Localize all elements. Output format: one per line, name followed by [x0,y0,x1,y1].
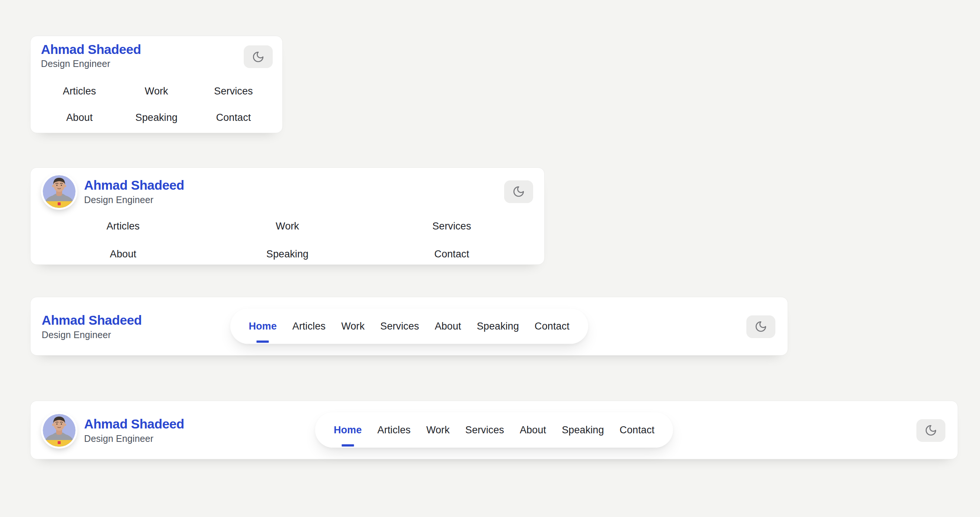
nav-link-work[interactable]: Work [426,412,450,448]
site-role: Design Engineer [84,194,184,205]
avatar-photo [43,175,76,208]
moon-icon [252,51,264,63]
nav-link-services[interactable]: Services [432,221,471,232]
nav-link-contact[interactable]: Contact [619,412,654,448]
nav-link-services[interactable]: Services [380,309,419,344]
main-nav-grid: Articles Work Services About Speaking Co… [30,221,544,260]
site-identity: Ahmad Shadeed Design Engineer [84,417,184,444]
nav-link-speaking[interactable]: Speaking [562,412,604,448]
site-name-link[interactable]: Ahmad Shadeed [41,42,141,57]
nav-link-work[interactable]: Work [145,86,168,97]
nav-link-home[interactable]: Home [248,309,277,344]
site-role: Design Engineer [41,58,141,69]
nav-link-articles[interactable]: Articles [293,309,326,344]
site-role: Design Engineer [84,433,184,444]
header-top-row: Ahmad Shadeed Design Engineer [30,36,282,69]
nav-link-speaking[interactable]: Speaking [477,309,519,344]
header-card-compact: Ahmad Shadeed Design Engineer Articles W… [30,36,283,133]
site-identity: Ahmad Shadeed Design Engineer [41,42,141,69]
site-identity: Ahmad Shadeed Design Engineer [42,313,142,340]
nav-link-work[interactable]: Work [276,221,299,232]
nav-link-articles[interactable]: Articles [107,221,140,232]
nav-link-articles[interactable]: Articles [63,86,96,97]
nav-link-contact[interactable]: Contact [216,112,251,124]
avatar [43,175,76,208]
nav-link-about[interactable]: About [66,112,93,124]
nav-link-about[interactable]: About [520,412,546,448]
nav-link-home[interactable]: Home [334,412,362,448]
site-name-link[interactable]: Ahmad Shadeed [84,178,184,192]
main-nav-pill: Home Articles Work Services About Speaki… [315,412,673,448]
theme-toggle-button[interactable] [504,180,533,203]
theme-toggle-button[interactable] [746,315,775,338]
nav-link-speaking[interactable]: Speaking [135,112,177,124]
header-bar-left: Ahmad Shadeed Design Engineer [43,414,184,447]
nav-link-about[interactable]: About [434,309,461,344]
header-card-wide: Ahmad Shadeed Design Engineer Home Artic… [30,297,788,356]
moon-icon [512,185,525,198]
theme-toggle-button[interactable] [916,419,945,442]
header-card-medium: Ahmad Shadeed Design Engineer Articles W… [30,167,545,265]
avatar [43,414,76,447]
header-top-row: Ahmad Shadeed Design Engineer [30,168,544,208]
main-nav-grid: Articles Work Services About Speaking Co… [30,86,282,124]
nav-link-articles[interactable]: Articles [377,412,410,448]
main-nav-pill: Home Articles Work Services About Speaki… [230,309,588,344]
nav-link-services[interactable]: Services [214,86,253,97]
site-identity: Ahmad Shadeed Design Engineer [84,178,184,205]
nav-link-about[interactable]: About [110,248,136,260]
site-name-link[interactable]: Ahmad Shadeed [42,313,142,327]
nav-link-contact[interactable]: Contact [535,309,570,344]
nav-link-work[interactable]: Work [341,309,364,344]
avatar-photo [43,414,76,447]
theme-toggle-button[interactable] [244,45,273,68]
nav-link-contact[interactable]: Contact [434,248,469,260]
header-bar: Ahmad Shadeed Design Engineer Home Artic… [30,297,788,356]
nav-link-speaking[interactable]: Speaking [266,248,309,260]
header-bar: Ahmad Shadeed Design Engineer Home Artic… [30,401,958,460]
site-role: Design Engineer [42,329,142,340]
site-name-link[interactable]: Ahmad Shadeed [84,417,184,431]
nav-link-services[interactable]: Services [465,412,504,448]
header-card-full: Ahmad Shadeed Design Engineer Home Artic… [30,401,958,459]
moon-icon [754,320,767,333]
moon-icon [924,424,937,437]
